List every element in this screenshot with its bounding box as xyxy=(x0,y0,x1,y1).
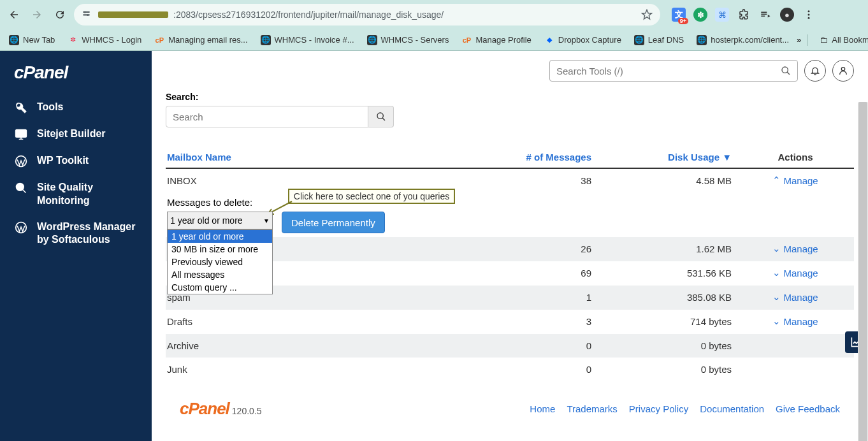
divider xyxy=(807,34,808,46)
sidebar-item-tools[interactable]: Tools xyxy=(0,94,152,121)
bookmarks-overflow-icon[interactable]: » xyxy=(797,35,801,45)
messages-to-delete-label: Messages to delete: xyxy=(167,197,854,208)
annotation-callout: Click here to seclect one of you queries xyxy=(288,189,455,204)
footer-link-home[interactable]: Home xyxy=(530,403,555,414)
playlist-icon[interactable] xyxy=(758,8,772,22)
search-tools-placeholder: Search Tools (/) xyxy=(556,66,623,76)
footer-logo: cPanel xyxy=(180,399,229,419)
manage-label: Manage xyxy=(783,292,818,303)
sidebar-item-label: WP Toolkit xyxy=(37,154,89,168)
chevron-down-icon: ⌄ xyxy=(772,291,781,303)
cell-count: 26 xyxy=(464,243,598,255)
sidebar-item-wpmanager[interactable]: WordPress Manager by Softaculous xyxy=(0,214,152,254)
sidebar-item-wptoolkit[interactable]: WP Toolkit xyxy=(0,148,152,175)
notifications-button[interactable] xyxy=(804,60,826,82)
table-row: INBOX 38 4.58 MB ⌃ Manage xyxy=(166,169,854,193)
reload-button[interactable] xyxy=(51,6,69,24)
manage-toggle[interactable]: ⌄ Manage xyxy=(738,316,853,328)
kebab-icon[interactable] xyxy=(802,8,816,22)
sidebar-item-sitejet[interactable]: Sitejet Builder xyxy=(0,121,152,148)
avatar-icon[interactable]: ● xyxy=(780,8,794,22)
cell-count: 3 xyxy=(464,316,598,328)
cell-name: Archive xyxy=(167,340,464,351)
site-settings-icon[interactable] xyxy=(82,9,93,20)
bookmark-item[interactable]: ✲WHMCS - Login xyxy=(62,33,147,48)
svg-point-4 xyxy=(808,10,810,12)
all-bookmarks-button[interactable]: 🗀All Bookmarks xyxy=(814,33,868,47)
bookmark-label: WHMCS - Servers xyxy=(381,35,449,45)
bookmark-label: Managing email res... xyxy=(168,35,247,45)
svg-point-6 xyxy=(808,17,810,19)
footer-link-docs[interactable]: Documentation xyxy=(700,403,764,414)
chevron-up-icon: ⌃ xyxy=(772,175,781,186)
cell-name: INBOX xyxy=(167,175,464,187)
delete-permanently-button[interactable]: Delete Permanently xyxy=(282,212,385,233)
footer-link-trademarks[interactable]: Trademarks xyxy=(567,403,617,414)
manage-toggle[interactable]: ⌄ Manage xyxy=(738,268,853,279)
select-option[interactable]: Custom query ... xyxy=(168,281,272,294)
manage-label: Manage xyxy=(783,268,818,278)
bookmark-label: WHMCS - Login xyxy=(82,35,141,45)
ext-green-icon[interactable]: ✽ xyxy=(693,8,707,22)
ext-blue-icon[interactable]: ⌘ xyxy=(715,8,729,22)
sidebar-item-label: WordPress Manager by Softaculous xyxy=(37,220,138,247)
magnifier-icon xyxy=(14,181,28,195)
manage-label: Manage xyxy=(783,175,818,186)
puzzle-icon[interactable] xyxy=(737,8,751,22)
bookmark-item[interactable]: 🌐New Tab xyxy=(4,33,60,48)
manage-toggle[interactable]: ⌄ Manage xyxy=(738,292,853,303)
svg-point-13 xyxy=(377,113,383,119)
footer-link-feedback[interactable]: Give Feedback xyxy=(776,403,840,414)
sidebar-item-sitequality[interactable]: Site Quality Monitoring xyxy=(0,175,152,214)
select-option[interactable]: 30 MB in size or more xyxy=(168,243,272,256)
bookmark-item[interactable]: 🌐hosterpk.com/client... xyxy=(691,33,794,48)
col-disk-usage[interactable]: Disk Usage ▼ xyxy=(598,152,738,163)
cell-disk: 714 bytes xyxy=(598,316,738,328)
scrollbar-thumb[interactable] xyxy=(858,102,867,441)
bookmark-item[interactable]: 🌐WHMCS - Invoice #... xyxy=(256,33,359,48)
translate-icon[interactable]: 文9+ xyxy=(672,8,686,22)
select-value: 1 year old or more xyxy=(170,215,243,226)
forward-button[interactable] xyxy=(28,6,46,24)
url-text: :2083/cpsess2716931202/frontend/jupiter/… xyxy=(173,10,444,20)
manage-toggle[interactable]: ⌃ Manage xyxy=(738,175,853,187)
bookmark-item[interactable]: cPManaging email res... xyxy=(149,33,252,48)
col-mailbox-name[interactable]: Mailbox Name xyxy=(167,152,464,163)
star-icon[interactable] xyxy=(641,9,653,20)
sidebar: cPanel Tools Sitejet Builder WP Toolkit … xyxy=(0,51,152,441)
select-option[interactable]: Previously viewed xyxy=(168,256,272,268)
cell-count: 0 xyxy=(464,340,598,351)
scrollbar[interactable] xyxy=(858,102,868,441)
search-tools-input[interactable]: Search Tools (/) xyxy=(549,60,798,82)
manage-toggle xyxy=(738,364,853,375)
cell-name: Junk xyxy=(167,364,464,375)
cell-disk: 0 bytes xyxy=(598,340,738,351)
address-bar[interactable]: :2083/cpsess2716931202/frontend/jupiter/… xyxy=(74,4,660,25)
manage-toggle[interactable]: ⌄ Manage xyxy=(738,243,853,255)
bookmarks-bar: 🌐New Tab ✲WHMCS - Login cPManaging email… xyxy=(0,29,868,51)
bookmark-item[interactable]: 🌐Leaf DNS xyxy=(629,33,689,48)
sidebar-item-label: Site Quality Monitoring xyxy=(37,181,138,208)
bookmark-label: Manage Profile xyxy=(475,35,531,45)
col-message-count[interactable]: # of Messages xyxy=(464,152,598,163)
cell-count: 38 xyxy=(464,175,598,187)
bookmark-item[interactable]: ◆Dropbox Capture xyxy=(539,33,626,48)
wrench-icon xyxy=(14,101,28,115)
search-icon xyxy=(376,112,386,122)
back-button[interactable] xyxy=(5,6,23,24)
select-option[interactable]: 1 year old or more xyxy=(168,230,272,243)
search-button[interactable] xyxy=(368,106,394,127)
redacted-host xyxy=(98,11,168,18)
bookmark-label: New Tab xyxy=(23,35,55,45)
search-input[interactable] xyxy=(166,106,368,127)
delete-query-select[interactable]: 1 year old or more ▼ xyxy=(167,212,273,229)
bookmark-item[interactable]: 🌐WHMCS - Servers xyxy=(362,33,454,48)
svg-point-3 xyxy=(87,14,89,16)
bookmark-item[interactable]: cPManage Profile xyxy=(456,33,536,48)
user-button[interactable] xyxy=(832,60,854,82)
user-icon xyxy=(838,66,848,76)
mailbox-table: Mailbox Name # of Messages Disk Usage ▼ … xyxy=(166,147,854,381)
select-option[interactable]: All messages xyxy=(168,268,272,281)
footer-link-privacy[interactable]: Privacy Policy xyxy=(629,403,688,414)
folder-icon: 🗀 xyxy=(820,35,828,45)
